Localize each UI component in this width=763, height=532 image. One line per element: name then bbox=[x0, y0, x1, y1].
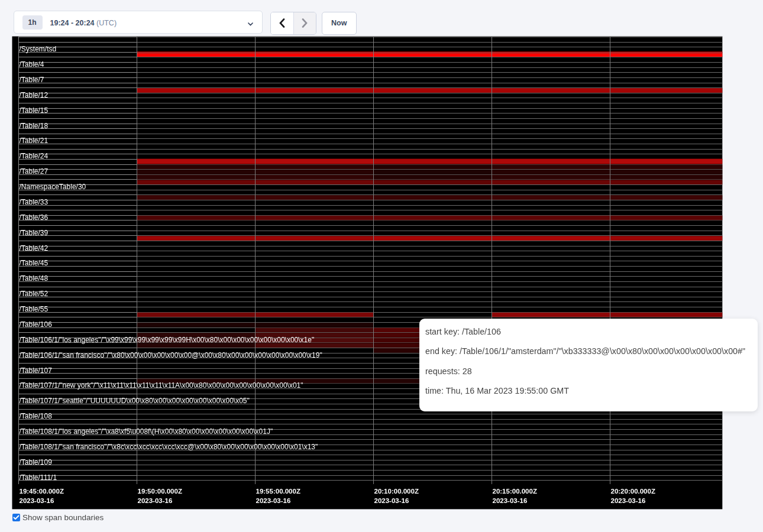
svg-text:/Table/107: /Table/107 bbox=[20, 366, 53, 375]
svg-text:19:55:00.000Z: 19:55:00.000Z bbox=[256, 488, 300, 495]
svg-text:/Table/108/1/"los angeles"/"\x: /Table/108/1/"los angeles"/"\xa8\xf5\u00… bbox=[20, 427, 273, 436]
svg-text:/Table/15: /Table/15 bbox=[20, 106, 49, 115]
svg-text:/Table/18: /Table/18 bbox=[20, 122, 49, 130]
svg-text:/Table/106/1/"san francisco"/": /Table/106/1/"san francisco"/"\x80\x00\x… bbox=[20, 351, 322, 359]
svg-text:/Table/107/1/"seattle"/"UUUUUU: /Table/107/1/"seattle"/"UUUUUUD\x00\x80\… bbox=[20, 397, 250, 405]
svg-text:/Table/4: /Table/4 bbox=[20, 60, 44, 69]
svg-text:19:50:00.000Z: 19:50:00.000Z bbox=[138, 488, 182, 495]
svg-text:/Table/107/1/"new york"/"\x11\: /Table/107/1/"new york"/"\x11\x11\x11\x1… bbox=[20, 381, 303, 390]
svg-text:2023-03-16: 2023-03-16 bbox=[20, 497, 54, 504]
svg-text:/Table/55: /Table/55 bbox=[20, 305, 49, 313]
svg-text:20:10:00.000Z: 20:10:00.000Z bbox=[374, 488, 419, 495]
svg-text:/Table/24: /Table/24 bbox=[20, 152, 49, 160]
svg-text:20:15:00.000Z: 20:15:00.000Z bbox=[493, 488, 537, 495]
svg-text:/Table/106: /Table/106 bbox=[20, 320, 53, 329]
svg-text:/Table/7: /Table/7 bbox=[20, 76, 44, 84]
svg-text:/Table/36: /Table/36 bbox=[20, 213, 49, 222]
svg-text:/Table/27: /Table/27 bbox=[20, 167, 49, 176]
svg-text:/System/tsd: /System/tsd bbox=[20, 45, 57, 53]
svg-text:/Table/45: /Table/45 bbox=[20, 259, 49, 267]
svg-text:/Table/21: /Table/21 bbox=[20, 137, 49, 145]
svg-text:/Table/108/1/"san francisco"/": /Table/108/1/"san francisco"/"\x8c\xcc\x… bbox=[20, 443, 318, 451]
svg-text:2023-03-16: 2023-03-16 bbox=[256, 497, 291, 504]
svg-text:/Table/33: /Table/33 bbox=[20, 198, 49, 206]
svg-text:/Table/42: /Table/42 bbox=[20, 244, 49, 252]
svg-text:2023-03-16: 2023-03-16 bbox=[138, 497, 173, 504]
svg-text:/Table/111/1: /Table/111/1 bbox=[20, 473, 57, 482]
svg-text:2023-03-16: 2023-03-16 bbox=[374, 497, 409, 504]
svg-text:/Table/52: /Table/52 bbox=[20, 290, 49, 298]
svg-text:/NamespaceTable/30: /NamespaceTable/30 bbox=[20, 183, 86, 191]
svg-text:20:20:00.000Z: 20:20:00.000Z bbox=[611, 488, 655, 495]
svg-text:/Table/108: /Table/108 bbox=[20, 412, 53, 420]
svg-text:19:45:00.000Z: 19:45:00.000Z bbox=[20, 488, 64, 495]
svg-text:/Table/48: /Table/48 bbox=[20, 274, 49, 283]
svg-text:2023-03-16: 2023-03-16 bbox=[493, 497, 528, 504]
svg-text:/Table/12: /Table/12 bbox=[20, 91, 49, 99]
svg-text:2023-03-16: 2023-03-16 bbox=[611, 497, 646, 504]
svg-text:/Table/106/1/"los angeles"/"\x: /Table/106/1/"los angeles"/"\x99\x99\x99… bbox=[20, 336, 315, 344]
svg-text:/Table/39: /Table/39 bbox=[20, 229, 49, 237]
svg-text:/Table/109: /Table/109 bbox=[20, 458, 53, 466]
